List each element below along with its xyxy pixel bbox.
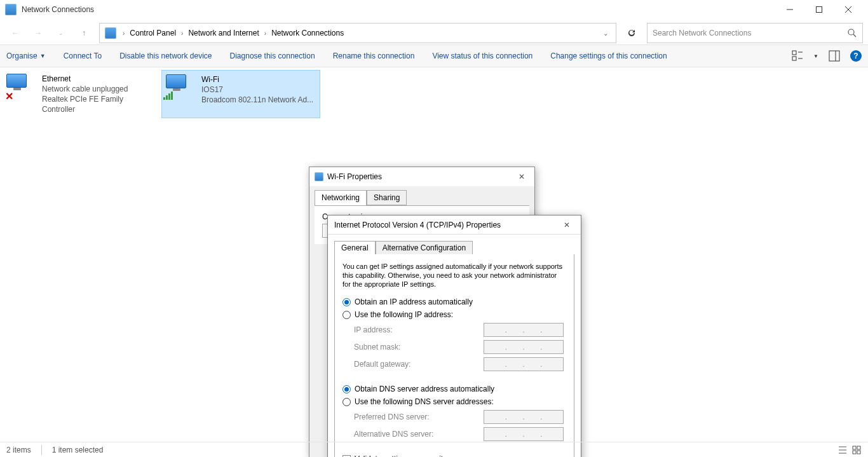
maximize-button[interactable] xyxy=(804,0,834,19)
radio-icon xyxy=(342,298,351,306)
signal-bars-icon xyxy=(163,92,173,100)
status-selected-count: 1 item selected xyxy=(52,446,104,454)
help-icon[interactable]: ? xyxy=(850,50,862,62)
details-view-icon[interactable] xyxy=(837,445,848,455)
adapter-name: Ethernet xyxy=(42,74,158,84)
radio-icon xyxy=(342,398,351,406)
minimize-button[interactable] xyxy=(775,0,804,19)
svg-rect-1 xyxy=(817,7,822,13)
subnet-mask-label: Subnet mask: xyxy=(354,343,484,351)
description-text: You can get IP settings assigned automat… xyxy=(342,262,566,289)
ip-address-group: IP address:... Subnet mask:... Default g… xyxy=(342,318,566,378)
subnet-mask-input[interactable]: ... xyxy=(484,340,564,354)
chevron-down-icon[interactable]: ▼ xyxy=(813,53,818,59)
error-x-icon: ✕ xyxy=(5,90,14,99)
preferred-dns-label: Preferred DNS server: xyxy=(354,413,484,421)
adapter-status: IOS17 xyxy=(201,85,313,95)
radio-dns-auto[interactable]: Obtain DNS server address automatically xyxy=(342,385,566,393)
adapter-device: Broadcom 802.11n Network Ad... xyxy=(201,95,313,105)
preferred-dns-input[interactable]: ... xyxy=(484,410,564,424)
command-bar: Organise ▼ Connect To Disable this netwo… xyxy=(0,44,868,67)
adapter-name: Wi-Fi xyxy=(201,74,313,85)
ipv4-properties-dialog: Internet Protocol Version 4 (TCP/IPv4) P… xyxy=(327,215,581,457)
recent-dropdown[interactable]: ⌄ xyxy=(51,23,71,43)
adapter-ethernet[interactable]: ✕ Ethernet Network cable unplugged Realt… xyxy=(3,70,161,118)
cmd-organise[interactable]: Organise ▼ xyxy=(6,51,46,60)
cmd-rename[interactable]: Rename this connection xyxy=(333,51,415,60)
alternative-dns-label: Alternative DNS server: xyxy=(354,430,484,439)
wifi-icon xyxy=(166,74,196,97)
adapter-device: Realtek PCIe FE Family Controller xyxy=(42,94,158,114)
svg-point-4 xyxy=(848,29,854,35)
breadcrumb[interactable]: › Control Panel › Network and Internet ›… xyxy=(99,23,616,43)
nav-row: ← → ⌄ ↑ › Control Panel › Network and In… xyxy=(0,22,868,44)
refresh-button[interactable] xyxy=(621,23,642,43)
forward-button[interactable]: → xyxy=(28,23,48,43)
tab-sharing[interactable]: Sharing xyxy=(367,190,407,205)
radio-ip-auto[interactable]: Obtain an IP address automatically xyxy=(342,297,566,306)
chevron-down-icon: ▼ xyxy=(40,53,46,59)
svg-rect-15 xyxy=(853,446,856,449)
ip-address-input[interactable]: ... xyxy=(484,323,564,337)
svg-rect-7 xyxy=(792,57,796,60)
cmd-view-status[interactable]: View status of this connection xyxy=(432,51,532,60)
tab-networking[interactable]: Networking xyxy=(315,190,367,205)
adapter-status: Network cable unplugged xyxy=(42,84,158,94)
close-icon[interactable]: ✕ xyxy=(559,217,574,233)
titlebar: Network Connections xyxy=(0,0,868,19)
cmd-disable[interactable]: Disable this network device xyxy=(119,51,212,60)
svg-rect-16 xyxy=(857,446,860,449)
ethernet-icon: ✕ xyxy=(6,74,37,97)
radio-ip-manual[interactable]: Use the following IP address: xyxy=(342,310,566,319)
svg-rect-10 xyxy=(829,51,839,61)
dialog-title: Internet Protocol Version 4 (TCP/IPv4) P… xyxy=(334,221,559,229)
chevron-right-icon: › xyxy=(119,30,128,37)
chevron-right-icon: › xyxy=(177,30,187,37)
ip-address-label: IP address: xyxy=(354,325,484,334)
status-item-count: 2 items xyxy=(6,446,31,454)
large-icons-view-icon[interactable] xyxy=(851,445,862,455)
breadcrumb-item[interactable]: Control Panel xyxy=(128,29,177,38)
default-gateway-input[interactable]: ... xyxy=(484,357,564,371)
radio-icon xyxy=(342,311,351,319)
search-placeholder: Search Network Connections xyxy=(653,29,847,38)
close-button[interactable] xyxy=(834,0,863,19)
content-area: ✕ Ethernet Network cable unplugged Realt… xyxy=(0,67,868,430)
cmd-change-settings[interactable]: Change settings of this connection xyxy=(550,51,667,60)
tab-general[interactable]: General xyxy=(334,241,376,254)
dialog-title: Wi-Fi Properties xyxy=(327,172,514,181)
cmd-connect-to[interactable]: Connect To xyxy=(64,51,102,60)
up-button[interactable]: ↑ xyxy=(74,23,94,43)
search-input[interactable]: Search Network Connections xyxy=(647,23,863,43)
status-bar: 2 items 1 item selected xyxy=(0,442,868,457)
default-gateway-label: Default gateway: xyxy=(354,360,484,369)
view-options-icon[interactable] xyxy=(792,50,803,62)
close-icon[interactable]: ✕ xyxy=(514,169,529,184)
chevron-right-icon: › xyxy=(261,30,270,37)
radio-icon xyxy=(342,385,351,393)
preview-pane-icon[interactable] xyxy=(829,50,840,62)
app-icon xyxy=(5,4,17,15)
chevron-down-icon[interactable]: ⌄ xyxy=(598,30,613,37)
search-icon xyxy=(847,28,857,38)
back-button[interactable]: ← xyxy=(5,23,25,43)
tab-alt-config[interactable]: Alternative Configuration xyxy=(376,241,473,254)
breadcrumb-icon xyxy=(105,27,116,39)
dialog-icon xyxy=(315,172,323,181)
svg-line-5 xyxy=(853,34,856,37)
breadcrumb-item[interactable]: Network and Internet xyxy=(187,29,260,38)
window-title: Network Connections xyxy=(22,5,775,14)
svg-rect-6 xyxy=(792,51,796,55)
alternative-dns-input[interactable]: ... xyxy=(484,427,564,441)
cmd-diagnose[interactable]: Diagnose this connection xyxy=(230,51,315,60)
adapter-wifi[interactable]: Wi-Fi IOS17 Broadcom 802.11n Network Ad.… xyxy=(161,70,320,118)
svg-rect-18 xyxy=(857,451,860,454)
radio-dns-manual[interactable]: Use the following DNS server addresses: xyxy=(342,397,566,406)
breadcrumb-item[interactable]: Network Connections xyxy=(270,29,345,38)
svg-rect-17 xyxy=(853,451,856,454)
